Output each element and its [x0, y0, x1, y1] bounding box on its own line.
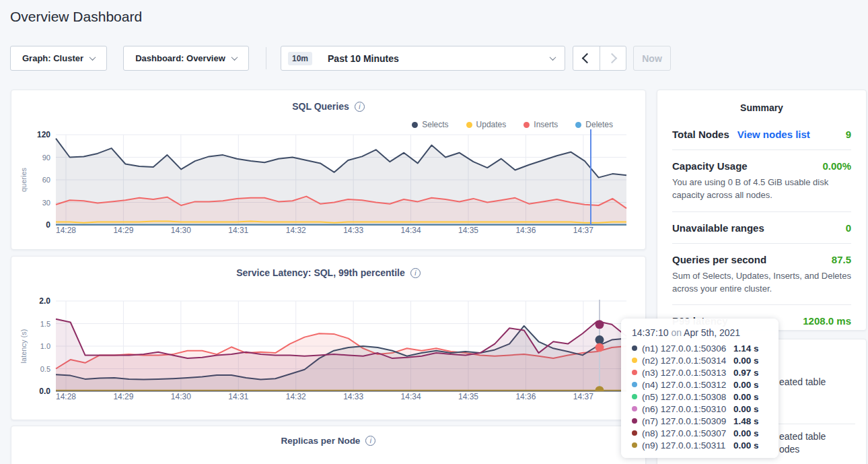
svg-text:14:29: 14:29 [113, 226, 133, 235]
summary-label: Queries per second [672, 254, 766, 265]
summary-value: 87.5 [832, 254, 851, 265]
sql-queries-title: SQL Queries [292, 101, 349, 112]
legend-item-updates[interactable]: Updates [466, 120, 507, 129]
info-icon[interactable] [410, 268, 421, 278]
event-text-fragment: eated table [779, 431, 826, 442]
tooltip-node-label: (n4) 127.0.0.1:50312 [642, 380, 733, 390]
summary-value: 0.00% [822, 160, 851, 172]
chevron-down-icon [550, 54, 556, 61]
legend-item-selects[interactable]: Selects [412, 120, 448, 129]
tooltip-node-value: 0.00 s [733, 392, 759, 402]
chevron-left-icon [582, 53, 593, 64]
series-dot-icon [632, 418, 637, 424]
tooltip-node-value: 0.00 s [733, 440, 759, 451]
summary-value: 0 [846, 222, 851, 234]
svg-text:14:30: 14:30 [171, 226, 191, 235]
summary-value: 1208.0 ms [803, 315, 851, 327]
tooltip-row: (n5) 127.0.0.1:503080.00 s [632, 391, 768, 403]
tooltip-node-label: (n1) 127.0.0.1:50306 [642, 343, 733, 354]
summary-value: 9 [846, 129, 851, 140]
svg-text:14:28: 14:28 [56, 226, 76, 235]
chevron-right-icon [606, 53, 617, 64]
legend-dot-icon [523, 122, 530, 128]
svg-text:14:37: 14:37 [573, 392, 593, 401]
svg-text:14:33: 14:33 [343, 392, 363, 401]
legend-label: Updates [476, 120, 507, 129]
legend-label: Selects [422, 120, 448, 129]
summary-label: Capacity Usage [672, 160, 748, 172]
hover-tooltip: 14:37:10 on Apr 5th, 2021 (n1) 127.0.0.1… [621, 319, 779, 458]
svg-text:1.0: 1.0 [40, 342, 50, 350]
time-next-button[interactable] [600, 46, 626, 70]
svg-text:14:31: 14:31 [228, 226, 248, 235]
tooltip-node-label: (n5) 127.0.0.1:50308 [642, 392, 733, 402]
service-latency-chart[interactable]: 14:2814:2914:3014:3114:3214:3314:3414:35… [11, 257, 645, 420]
svg-text:60: 60 [42, 176, 50, 184]
series-dot-icon [632, 406, 637, 411]
graph-dropdown-label: Graph: Cluster [22, 53, 83, 63]
svg-text:14:37: 14:37 [573, 226, 593, 235]
time-range-dropdown[interactable]: 10m Past 10 Minutes [281, 46, 565, 71]
svg-text:0: 0 [46, 220, 50, 230]
tooltip-row: (n7) 127.0.0.1:503091.48 s [632, 415, 768, 427]
chevron-down-icon [89, 54, 96, 61]
tooltip-node-label: (n8) 127.0.0.1:50307 [642, 428, 733, 438]
svg-text:latency (s): latency (s) [20, 329, 28, 364]
view-nodes-list-link[interactable]: View nodes list [737, 129, 810, 140]
tooltip-node-label: (n6) 127.0.0.1:50310 [642, 404, 733, 414]
tooltip-row: (n2) 127.0.0.1:503140.00 s [632, 354, 768, 366]
info-icon[interactable] [355, 102, 365, 112]
summary-row-total-nodes: Total NodesView nodes list9 [672, 119, 851, 150]
time-prev-button[interactable] [573, 46, 600, 70]
tooltip-node-label: (n3) 127.0.0.1:50313 [642, 368, 733, 378]
tooltip-timestamp: 14:37:10 on Apr 5th, 2021 [632, 327, 768, 338]
event-text-fragment: odes [779, 444, 799, 455]
tooltip-row: (n4) 127.0.0.1:503120.00 s [632, 378, 768, 391]
legend-dot-icon [412, 122, 418, 128]
page-title: Overview Dashboard [10, 9, 142, 25]
svg-text:14:36: 14:36 [515, 392, 536, 401]
legend-label: Deletes [585, 120, 613, 129]
tooltip-node-value: 0.97 s [733, 368, 759, 378]
svg-text:0.0: 0.0 [39, 387, 50, 396]
legend-item-inserts[interactable]: Inserts [523, 120, 558, 129]
tooltip-node-label: (n7) 127.0.0.1:50309 [642, 416, 733, 426]
svg-text:2.0: 2.0 [39, 296, 50, 306]
series-dot-icon [632, 358, 637, 363]
time-range-label: Past 10 Minutes [328, 53, 399, 64]
replicas-per-node-title: Replicas per Node [281, 436, 361, 446]
tooltip-row: (n9) 127.0.0.1:503110.00 s [632, 439, 768, 451]
graph-dropdown[interactable]: Graph: Cluster [10, 46, 107, 71]
tooltip-node-label: (n9) 127.0.0.1:50311 [642, 440, 733, 451]
summary-label: Unavailable ranges [672, 222, 764, 234]
summary-label: Total Nodes [672, 129, 729, 140]
summary-panel: Summary Total NodesView nodes list9Capac… [657, 90, 867, 331]
chevron-down-icon [231, 54, 238, 61]
svg-text:0.5: 0.5 [40, 365, 50, 373]
sql-queries-chart[interactable]: 14:2814:2914:3014:3114:3214:3314:3414:35… [11, 90, 645, 249]
now-button[interactable]: Now [633, 46, 671, 71]
tooltip-row: (n1) 127.0.0.1:503061.14 s [632, 342, 768, 354]
service-latency-title: Service Latency: SQL, 99th percentile [236, 267, 405, 278]
svg-text:14:36: 14:36 [515, 226, 536, 235]
svg-text:14:28: 14:28 [56, 392, 76, 401]
tooltip-node-value: 0.00 s [733, 404, 759, 414]
tooltip-row: (n3) 127.0.0.1:503130.97 s [632, 366, 768, 378]
legend-item-deletes[interactable]: Deletes [575, 120, 613, 129]
service-latency-card: Service Latency: SQL, 99th percentile 14… [11, 256, 646, 420]
time-range-badge: 10m [288, 52, 312, 65]
summary-heading: Summary [672, 102, 851, 113]
tooltip-node-value: 1.14 s [733, 343, 759, 354]
replicas-per-node-card: Replicas per Node [11, 426, 646, 464]
sql-queries-legend: SelectsUpdatesInsertsDeletes [412, 120, 613, 129]
svg-text:14:34: 14:34 [401, 392, 421, 401]
summary-subtext: Sum of Selects, Updates, Inserts, and De… [672, 270, 851, 296]
event-text-fragment: eated table [779, 376, 826, 387]
summary-row-queries-per-second: Queries per second87.5Sum of Selects, Up… [672, 243, 851, 305]
time-nav-group [573, 46, 626, 71]
series-dot-icon [632, 382, 637, 387]
svg-text:90: 90 [42, 154, 50, 162]
info-icon[interactable] [365, 436, 375, 446]
dashboard-dropdown[interactable]: Dashboard: Overview [123, 46, 249, 71]
tooltip-row: (n8) 127.0.0.1:503070.00 s [632, 427, 768, 439]
